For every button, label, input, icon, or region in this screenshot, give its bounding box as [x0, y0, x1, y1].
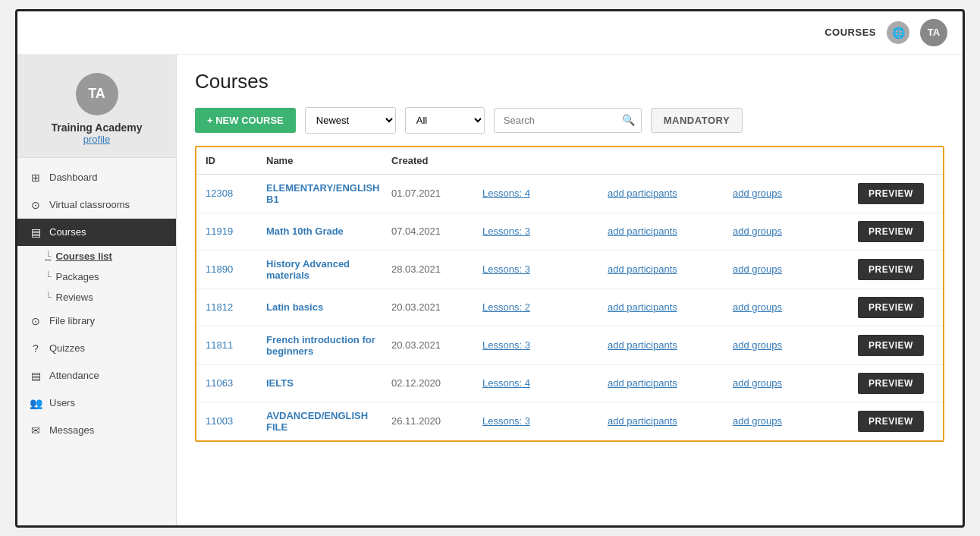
sidebar-item-virtual-classrooms[interactable]: ⊙ Virtual classrooms — [17, 191, 176, 219]
cell-id[interactable]: 11890 — [206, 263, 266, 275]
profile-name: Training Academy — [25, 121, 168, 134]
sidebar-item-dashboard[interactable]: ⊞ Dashboard — [17, 164, 176, 191]
cell-date: 26.11.2020 — [391, 415, 482, 427]
col-header-id: ID — [206, 155, 266, 166]
cell-name[interactable]: History Advanced materials — [266, 258, 391, 281]
preview-button[interactable]: PREVIEW — [858, 259, 924, 280]
cell-lessons[interactable]: Lessons: 4 — [482, 377, 608, 389]
sidebar-item-messages[interactable]: ✉ Messages — [17, 417, 176, 444]
preview-button[interactable]: PREVIEW — [858, 373, 924, 394]
cell-id[interactable]: 12308 — [206, 188, 266, 199]
preview-button[interactable]: PREVIEW — [858, 297, 924, 318]
sidebar-item-courses-list[interactable]: Courses list — [45, 246, 176, 266]
sidebar-item-courses[interactable]: ▤ Courses — [17, 219, 176, 246]
table-row: 11919 Math 10th Grade 07.04.2021 Lessons… — [196, 213, 943, 251]
reviews-label: Reviews — [56, 292, 93, 303]
cell-lessons[interactable]: Lessons: 3 — [482, 415, 608, 427]
cell-name[interactable]: French introduction for beginners — [266, 334, 391, 357]
courses-list-label: Courses list — [56, 251, 112, 262]
cell-date: 20.03.2021 — [391, 339, 482, 351]
preview-button[interactable]: PREVIEW — [858, 411, 924, 432]
cell-id[interactable]: 11812 — [206, 301, 266, 313]
cell-add-participants[interactable]: add participants — [608, 415, 733, 427]
sidebar-item-attendance-label: Attendance — [49, 370, 99, 381]
profile-link[interactable]: profile — [25, 134, 168, 145]
cell-add-participants[interactable]: add participants — [608, 188, 733, 199]
cell-add-groups[interactable]: add groups — [733, 263, 858, 275]
cell-name[interactable]: ELEMENTARY/ENGLISH B1 — [266, 182, 391, 205]
sidebar-item-users[interactable]: 👥 Users — [17, 389, 176, 417]
sidebar-item-reviews[interactable]: Reviews — [45, 287, 176, 307]
table-body: 12308 ELEMENTARY/ENGLISH B1 01.07.2021 L… — [196, 175, 943, 440]
quizzes-icon: ? — [30, 342, 42, 355]
filter-select[interactable]: All Active Inactive — [405, 107, 485, 134]
profile-section: TA Training Academy profile — [17, 55, 176, 158]
cell-id[interactable]: 11063 — [206, 377, 266, 389]
cell-name[interactable]: AVDANCED/ENGLISH FILE — [266, 410, 391, 433]
col-header-created: Created — [391, 155, 482, 166]
packages-label: Packages — [56, 271, 99, 282]
sidebar-item-messages-label: Messages — [49, 424, 94, 436]
cell-name[interactable]: Latin basics — [266, 301, 391, 313]
col-header-lessons — [482, 155, 608, 166]
preview-button[interactable]: PREVIEW — [858, 183, 924, 204]
cell-preview: PREVIEW — [858, 335, 934, 356]
topbar: COURSES 🌐 TA — [17, 11, 963, 55]
cell-add-groups[interactable]: add groups — [733, 225, 858, 237]
cell-add-participants[interactable]: add participants — [608, 339, 733, 351]
cell-date: 20.03.2021 — [391, 301, 482, 313]
cell-add-groups[interactable]: add groups — [733, 188, 858, 199]
mandatory-button[interactable]: MANDATORY — [651, 108, 743, 133]
table-row: 11811 French introduction for beginners … — [196, 326, 943, 365]
sidebar-item-packages[interactable]: Packages — [45, 266, 176, 287]
cell-add-participants[interactable]: add participants — [608, 377, 733, 389]
col-header-groups — [733, 155, 858, 166]
cell-id[interactable]: 11003 — [206, 415, 266, 427]
courses-submenu: Courses list Packages Reviews — [17, 246, 176, 307]
cell-preview: PREVIEW — [858, 297, 934, 318]
toolbar: + NEW COURSE Newest Oldest Name A-Z Name… — [195, 107, 944, 134]
cell-date: 07.04.2021 — [391, 225, 482, 237]
sidebar-item-quizzes[interactable]: ? Quizzes — [17, 335, 176, 362]
cell-lessons[interactable]: Lessons: 3 — [482, 225, 608, 237]
new-course-button[interactable]: + NEW COURSE — [195, 108, 296, 133]
cell-name[interactable]: IELTS — [266, 377, 391, 389]
cell-lessons[interactable]: Lessons: 2 — [482, 301, 608, 313]
cell-id[interactable]: 11811 — [206, 339, 266, 351]
globe-icon[interactable]: 🌐 — [887, 21, 909, 44]
cell-add-groups[interactable]: add groups — [733, 339, 858, 351]
preview-button[interactable]: PREVIEW — [858, 335, 924, 356]
cell-lessons[interactable]: Lessons: 3 — [482, 263, 608, 275]
cell-add-participants[interactable]: add participants — [608, 263, 733, 275]
cell-add-participants[interactable]: add participants — [608, 301, 733, 313]
cell-id[interactable]: 11919 — [206, 225, 266, 237]
sort-select[interactable]: Newest Oldest Name A-Z Name Z-A — [305, 107, 396, 134]
cell-lessons[interactable]: Lessons: 3 — [482, 339, 608, 351]
cell-preview: PREVIEW — [858, 411, 934, 432]
cell-add-groups[interactable]: add groups — [733, 377, 858, 389]
dashboard-icon: ⊞ — [30, 172, 42, 184]
courses-table: ID Name Created 12308 ELEMENTARY/ENGLISH… — [195, 146, 944, 442]
col-header-preview — [858, 155, 934, 166]
sidebar-item-file-library[interactable]: ⊙ File library — [17, 307, 176, 335]
table-header: ID Name Created — [196, 147, 943, 175]
cell-add-groups[interactable]: add groups — [733, 415, 858, 427]
attendance-icon: ▤ — [30, 370, 42, 382]
cell-name[interactable]: Math 10th Grade — [266, 225, 391, 237]
sidebar-item-quizzes-label: Quizzes — [49, 342, 85, 354]
cell-add-groups[interactable]: add groups — [733, 301, 858, 313]
file-library-icon: ⊙ — [30, 315, 42, 327]
preview-button[interactable]: PREVIEW — [858, 221, 924, 242]
search-input[interactable] — [501, 109, 622, 132]
app-window: COURSES 🌐 TA TA Training Academy profile… — [15, 9, 965, 528]
cell-lessons[interactable]: Lessons: 4 — [482, 188, 608, 199]
users-icon: 👥 — [30, 397, 42, 409]
topbar-avatar[interactable]: TA — [920, 19, 947, 46]
cell-preview: PREVIEW — [858, 221, 934, 242]
page-title: Courses — [195, 70, 944, 93]
cell-add-participants[interactable]: add participants — [608, 225, 733, 237]
cell-date: 01.07.2021 — [391, 188, 482, 199]
sidebar-item-attendance[interactable]: ▤ Attendance — [17, 362, 176, 389]
table-row: 12308 ELEMENTARY/ENGLISH B1 01.07.2021 L… — [196, 175, 943, 213]
sidebar-item-users-label: Users — [49, 397, 75, 408]
